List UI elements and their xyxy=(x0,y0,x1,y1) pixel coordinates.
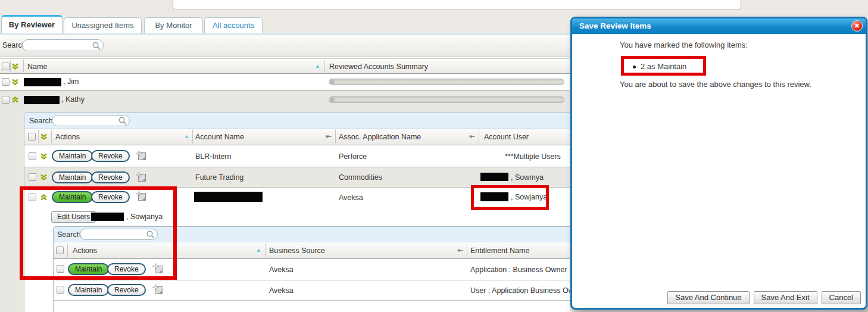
tab-by-reviewer[interactable]: By Reviewer xyxy=(1,15,63,33)
add-note-icon[interactable] xyxy=(136,150,146,161)
row-checkbox[interactable] xyxy=(57,265,64,273)
reviewer-name: , Jim xyxy=(63,77,79,86)
add-note-icon[interactable] xyxy=(136,191,146,201)
select-all-checkbox[interactable] xyxy=(28,133,36,141)
edit-users-user: , Sowjanya xyxy=(126,213,163,221)
column-reviewed-accounts-summary[interactable]: Reviewed Accounts Summary xyxy=(329,63,428,71)
reviewer-row-kathy: , Kathy xyxy=(0,91,570,109)
accounts-search-input[interactable] xyxy=(57,116,118,126)
revoke-button[interactable]: Revoke xyxy=(107,263,146,275)
reviewed-summary-bar xyxy=(329,96,564,103)
maintain-button[interactable]: Maintain xyxy=(68,284,109,296)
redacted-user xyxy=(480,173,508,181)
redacted-user xyxy=(91,213,124,221)
account-row: Maintain Revoke Future Trading Commoditi… xyxy=(24,167,570,188)
assoc-application-name: Commodities xyxy=(339,173,382,182)
column-account-user[interactable]: Account User xyxy=(484,133,529,141)
expand-row-icon[interactable] xyxy=(40,152,48,160)
by-reviewer-panel: Search: Name ▲ Reviewed Accounts Summary… xyxy=(0,34,570,312)
accounts-search-field[interactable] xyxy=(52,115,130,126)
reviewer-search-input[interactable] xyxy=(27,40,92,50)
top-partial-panel xyxy=(173,0,741,10)
row-checkbox[interactable] xyxy=(2,96,10,104)
entitlements-search-field[interactable] xyxy=(80,229,158,240)
column-business-source[interactable]: Business Source xyxy=(269,247,325,255)
add-note-icon[interactable] xyxy=(152,263,163,274)
bullet-dot xyxy=(633,65,636,68)
account-user: ***Multiple Users xyxy=(505,152,561,161)
accounts-panel: Search: Actions ▲ Account Name ⇤ Assoc. … xyxy=(24,113,570,312)
save-and-exit-button[interactable]: Save And Exit xyxy=(754,291,817,304)
filter-icon[interactable]: ⇤ xyxy=(326,132,332,141)
expand-all-icon[interactable] xyxy=(40,133,48,141)
collapse-row-icon[interactable] xyxy=(40,194,48,201)
column-account-name[interactable]: Account Name xyxy=(195,133,244,141)
entitlements-search-input[interactable] xyxy=(85,230,146,239)
entitlement-name: User : Application Business Ow xyxy=(470,286,570,295)
tab-by-monitor[interactable]: By Monitor xyxy=(144,17,203,33)
column-assoc-application-name[interactable]: Assoc. Application Name xyxy=(339,133,421,141)
reviewers-table-header: Name ▲ Reviewed Accounts Summary xyxy=(0,58,570,74)
maintain-button[interactable]: Maintain xyxy=(52,150,93,162)
column-divider xyxy=(467,244,467,257)
column-actions[interactable]: Actions xyxy=(73,247,97,255)
revoke-button[interactable]: Revoke xyxy=(91,171,130,183)
assoc-application-name: Perforce xyxy=(339,152,367,161)
revoke-button[interactable]: Revoke xyxy=(107,284,146,296)
column-entitlement-name[interactable]: Entitlement Name xyxy=(470,247,529,255)
maintain-button-selected[interactable]: Maintain xyxy=(68,263,109,275)
dialog-message: You have marked the following items: xyxy=(620,40,748,49)
row-checkbox[interactable] xyxy=(2,78,10,86)
maintain-button-selected[interactable]: Maintain xyxy=(52,191,93,203)
close-icon[interactable]: ✕ xyxy=(851,20,863,32)
save-review-items-dialog: Save Review Items ✕ You have marked the … xyxy=(570,17,867,310)
account-user: , Sowmya xyxy=(511,173,544,182)
assoc-application-name: Aveksa xyxy=(339,194,363,202)
column-divider xyxy=(192,130,193,143)
redacted-name xyxy=(24,78,61,86)
select-all-checkbox[interactable] xyxy=(56,247,64,254)
tab-all-accounts[interactable]: All accounts xyxy=(204,17,263,33)
add-note-icon[interactable] xyxy=(152,284,163,295)
expand-row-icon[interactable] xyxy=(40,173,48,181)
select-all-checkbox[interactable] xyxy=(2,63,10,70)
account-row: Maintain Revoke BLR-Intern Perforce ***M… xyxy=(24,145,570,167)
reviewer-search-field[interactable] xyxy=(22,39,104,51)
entitlements-panel: Search: Actions ▲ Business Source xyxy=(53,226,570,312)
filter-icon[interactable]: ⇤ xyxy=(469,132,475,141)
expand-all-icon[interactable] xyxy=(11,63,19,70)
column-divider xyxy=(23,60,24,72)
accounts-search-bar: Search: xyxy=(24,113,570,129)
revoke-button[interactable]: Revoke xyxy=(91,150,130,162)
row-checkbox[interactable] xyxy=(57,286,64,294)
row-checkbox[interactable] xyxy=(29,173,36,181)
revoke-button[interactable]: Revoke xyxy=(91,191,130,203)
column-divider xyxy=(38,130,39,143)
search-label: Search: xyxy=(29,117,55,125)
dialog-footer: Save And Continue Save And Exit Cancel xyxy=(667,291,861,304)
column-name[interactable]: Name xyxy=(27,63,47,71)
redacted-account-name xyxy=(194,192,263,202)
dialog-confirmation: You are about to save the above changes … xyxy=(620,80,811,89)
redacted-user xyxy=(480,192,508,201)
add-note-icon[interactable] xyxy=(136,171,146,182)
cancel-button[interactable]: Cancel xyxy=(822,291,861,304)
row-checkbox[interactable] xyxy=(29,194,36,201)
filter-icon[interactable]: ⇤ xyxy=(457,246,463,254)
column-actions[interactable]: Actions xyxy=(55,133,80,141)
search-icon xyxy=(92,42,100,49)
search-label: Search: xyxy=(57,230,83,239)
sort-asc-icon[interactable]: ▲ xyxy=(256,247,261,253)
marked-items-summary: 2 as Maintain xyxy=(641,62,686,71)
edit-users-button[interactable]: Edit Users xyxy=(51,211,96,223)
reviewed-summary-bar xyxy=(329,79,564,85)
expand-row-icon[interactable] xyxy=(11,78,19,86)
row-checkbox[interactable] xyxy=(29,152,36,160)
save-and-continue-button[interactable]: Save And Continue xyxy=(667,291,749,304)
collapse-row-icon[interactable] xyxy=(11,96,19,104)
sort-asc-icon[interactable]: ▲ xyxy=(315,63,320,69)
business-source: Aveksa xyxy=(269,266,294,274)
tab-unassigned-items[interactable]: Unassigned Items xyxy=(64,17,142,33)
maintain-button[interactable]: Maintain xyxy=(52,171,93,183)
sort-asc-icon[interactable]: ▲ xyxy=(184,133,189,139)
